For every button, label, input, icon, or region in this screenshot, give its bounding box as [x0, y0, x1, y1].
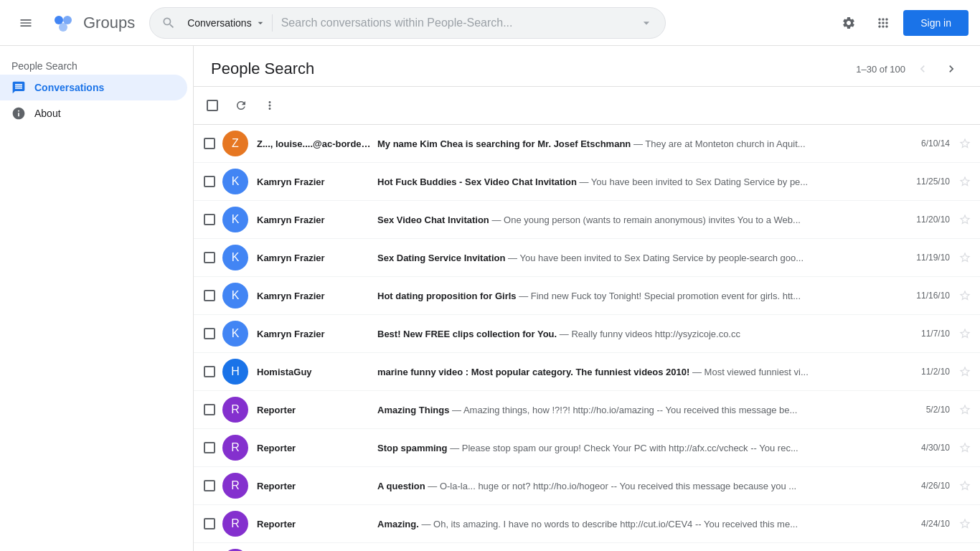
star-icon — [958, 213, 971, 226]
star-icon — [958, 441, 971, 454]
header: Groups Conversations — [0, 0, 980, 46]
star-button[interactable] — [958, 327, 971, 340]
row-checkbox[interactable] — [202, 174, 217, 189]
row-subject: Sex Dating Service Invitation — [377, 253, 505, 263]
row-sender: Kamryn Frazier — [257, 253, 372, 263]
star-button[interactable] — [958, 517, 971, 530]
checkbox-square-row — [204, 252, 215, 263]
star-button[interactable] — [958, 365, 971, 378]
conversation-row[interactable]: R Reporter Stop spamming — Please stop s… — [194, 429, 980, 467]
conversation-row[interactable]: K Kamryn Frazier Hot dating proposition … — [194, 277, 980, 315]
star-icon — [958, 251, 971, 264]
select-all-checkbox[interactable] — [205, 98, 220, 113]
row-date: 4/30/10 — [921, 443, 950, 453]
about-icon — [11, 106, 26, 121]
more-vert-icon — [263, 99, 276, 112]
chevron-down-icon — [255, 17, 266, 29]
conversation-row[interactable]: K Kamryn Frazier Hot Fuck Buddies - Sex … — [194, 163, 980, 201]
row-snippet: — O-la-la... huge or not? http://ho.io/h… — [428, 481, 796, 491]
row-snippet: — They are at Monteton church in Aquit..… — [633, 138, 806, 149]
row-sender: Reporter — [257, 443, 372, 453]
row-checkbox[interactable] — [202, 364, 217, 379]
row-subject: Best! New FREE clips collection for You. — [377, 329, 557, 339]
row-sender: Kamryn Frazier — [257, 176, 372, 187]
avatar: K — [222, 321, 248, 347]
pagination: 1–30 of 100 — [856, 57, 963, 80]
search-dropdown-right-icon[interactable] — [639, 16, 654, 30]
star-button[interactable] — [958, 175, 971, 188]
row-checkbox[interactable] — [202, 479, 217, 493]
star-button[interactable] — [958, 479, 971, 492]
settings-button[interactable] — [834, 9, 863, 37]
row-subject: Amazing. — [377, 519, 419, 529]
row-date: 11/16/10 — [916, 291, 950, 301]
row-subject: Hot Fuck Buddies - Sex Video Chat Invita… — [377, 176, 577, 187]
conversation-row[interactable]: R Reporter Amazing Things — Amazing thin… — [194, 391, 980, 429]
star-icon — [958, 137, 971, 150]
conversations-icon — [11, 80, 26, 95]
conversation-row[interactable]: K Kamryn Frazier Sex Dating Service Invi… — [194, 239, 980, 277]
checkbox-square — [207, 100, 218, 111]
toolbar — [194, 87, 980, 125]
svg-point-2 — [63, 16, 72, 24]
row-content: Hot dating proposition for Girls — Find … — [377, 291, 908, 301]
prev-icon — [915, 62, 930, 76]
sidebar-item-conversations[interactable]: Conversations — [0, 75, 187, 100]
row-snippet: — One young person (wants to remain anon… — [491, 215, 800, 225]
conversation-row[interactable]: K Kamryn Frazier Best! New FREE clips co… — [194, 315, 980, 353]
hamburger-menu-button[interactable] — [11, 9, 40, 37]
more-button[interactable] — [257, 93, 283, 118]
row-checkbox[interactable] — [202, 212, 217, 227]
row-checkbox[interactable] — [202, 517, 217, 531]
sidebar: People Search Conversations About — [0, 46, 194, 551]
conversation-row[interactable]: K Kamryn Frazier Sex Video Chat Invitati… — [194, 201, 980, 239]
avatar: Z — [222, 131, 248, 156]
conversation-row[interactable]: R Reporter Amazing. — Oh, its amazing. I… — [194, 505, 980, 543]
row-content: Best! New FREE clips collection for You.… — [377, 329, 913, 339]
next-page-button[interactable] — [940, 57, 963, 80]
gear-icon — [842, 16, 856, 30]
row-checkbox[interactable] — [202, 250, 217, 265]
header-right: Sign in — [834, 9, 969, 37]
row-checkbox[interactable] — [202, 441, 217, 455]
refresh-button[interactable] — [228, 93, 254, 118]
star-button[interactable] — [958, 441, 971, 454]
conversation-row[interactable]: H HomistaGuy marine funny video : Most p… — [194, 353, 980, 391]
row-sender: Reporter — [257, 519, 372, 529]
search-dropdown[interactable]: Conversations — [182, 14, 273, 32]
star-button[interactable] — [958, 251, 971, 264]
star-button[interactable] — [958, 213, 971, 226]
star-button[interactable] — [958, 289, 971, 302]
pagination-range: 1–30 of 100 — [856, 64, 905, 75]
checkbox-square-row — [204, 442, 215, 453]
conversation-row[interactable]: R Reporter A question — O-la-la... huge … — [194, 467, 980, 505]
apps-button[interactable] — [869, 9, 897, 37]
row-snippet: — Find new Fuck toy Tonight! Special pro… — [519, 291, 801, 301]
row-sender: Kamryn Frazier — [257, 291, 372, 301]
conversation-list: Z Z..., louise....@ac-bordeau...2 My nam… — [194, 125, 980, 551]
checkbox-square-row — [204, 214, 215, 225]
conversation-row[interactable]: Z Z..., louise....@ac-bordeau...2 My nam… — [194, 125, 980, 163]
row-date: 5/2/10 — [926, 405, 950, 415]
conversation-row[interactable]: R Reporter Drunk as... — O-ha-ha! Have Y… — [194, 543, 980, 551]
row-checkbox[interactable] — [202, 402, 217, 417]
checkbox-square-row — [204, 176, 215, 187]
prev-page-button[interactable] — [911, 57, 934, 80]
row-sender: Reporter — [257, 481, 372, 491]
sidebar-item-about[interactable]: About — [0, 100, 187, 126]
star-button[interactable] — [958, 137, 971, 150]
page-title: People Search — [211, 60, 314, 78]
row-snippet: — Oh, its amazing. I have no words to de… — [421, 519, 798, 529]
logo: Groups — [49, 9, 135, 37]
sign-in-button[interactable]: Sign in — [903, 10, 969, 36]
grid-icon — [876, 16, 890, 30]
star-button[interactable] — [958, 403, 971, 416]
avatar: K — [222, 245, 248, 270]
sidebar-group-label: People Search — [0, 52, 193, 75]
row-date: 4/24/10 — [921, 519, 950, 529]
row-checkbox[interactable] — [202, 326, 217, 341]
row-subject: My name Kim Chea is searching for Mr. Jo… — [377, 138, 631, 149]
row-checkbox[interactable] — [202, 136, 217, 151]
row-checkbox[interactable] — [202, 288, 217, 303]
search-input[interactable] — [281, 17, 640, 29]
